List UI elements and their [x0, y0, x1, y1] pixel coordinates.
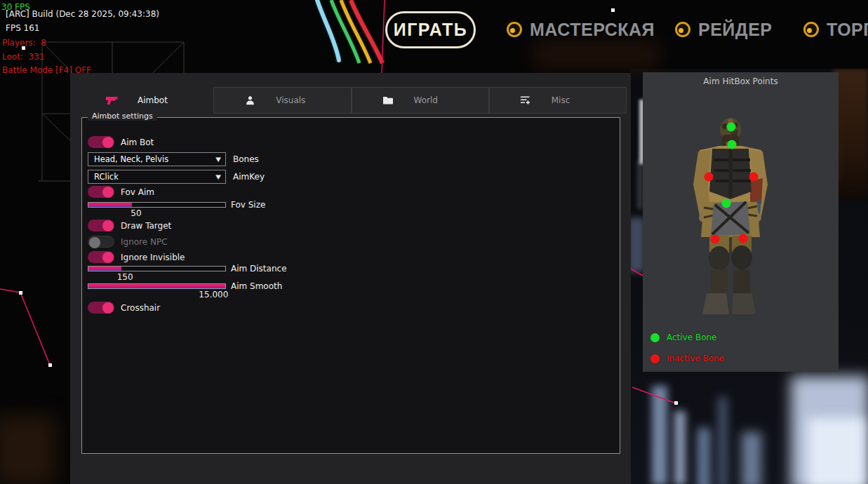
bone-point-head: [727, 123, 736, 132]
toggle-label: Draw Target: [121, 221, 171, 231]
slider-fill: [88, 284, 225, 288]
hitbox-panel-title: Aim HitBox Points: [643, 76, 839, 86]
active-bone-dot: [650, 333, 660, 342]
group-title: Aimbot settings: [88, 112, 157, 121]
person-icon: [243, 95, 256, 106]
toggle-switch[interactable]: [88, 220, 114, 231]
fov-aim-toggle[interactable]: Fov Aim: [88, 186, 154, 198]
legend-label: Active Bone: [667, 332, 717, 342]
pistol-icon: [105, 95, 118, 106]
dropdown-value: RClick: [94, 172, 119, 182]
slider-track[interactable]: [88, 266, 226, 271]
tab-label: Visuals: [276, 95, 305, 105]
chevron-down-icon: ▼: [215, 156, 221, 162]
aimbot-settings-group: Aimbot settings Aim Bot Head, Neck, Pelv…: [81, 117, 620, 454]
toggle-label: Ignore Invisible: [121, 253, 185, 262]
tab-bar: Aimbot Visuals World Misc: [76, 87, 627, 114]
screen: 30 FPS [ARC] Build (Dec 28 2025, 09:43:3…: [0, 0, 868, 484]
slider-value: 15.000: [199, 290, 228, 300]
bones-row: Head, Neck, Pelvis ▼ Bones: [88, 152, 259, 166]
dropdown-label: AimKey: [233, 172, 265, 182]
toggle-switch[interactable]: [88, 186, 114, 198]
ignore-npc-toggle[interactable]: Ignore NPC: [88, 236, 168, 248]
slider-fill: [88, 267, 121, 271]
toggle-switch[interactable]: [88, 136, 114, 148]
menu-item-label: ТОРГО: [827, 20, 868, 40]
aimkey-dropdown[interactable]: RClick ▼: [88, 170, 226, 184]
slider-track[interactable]: [88, 202, 226, 208]
menu-item-raider[interactable]: РЕЙДЕР: [675, 20, 772, 39]
toggle-switch[interactable]: [88, 236, 114, 248]
bone-point-pelvis: [722, 199, 731, 208]
cheat-menu-panel: Aimbot Visuals World Misc: [70, 73, 631, 484]
draw-target-toggle[interactable]: Draw Target: [88, 220, 171, 231]
ignore-invisible-toggle[interactable]: Ignore Invisible: [88, 251, 185, 263]
slider-value: 150: [117, 272, 133, 282]
game-main-menu: ИГРАТЬ МАСТЕРСКАЯ РЕЙДЕР ТОРГО: [0, 0, 868, 69]
aim-smooth-slider[interactable]: 15.000 Aim Smooth: [88, 283, 226, 289]
bone-point-neck: [728, 140, 737, 149]
coin-icon: [507, 22, 522, 37]
folder-icon: [382, 95, 394, 106]
chevron-down-icon: ▼: [215, 173, 221, 180]
menu-item-trader[interactable]: ТОРГО: [803, 20, 868, 39]
crosshair-toggle[interactable]: Crosshair: [88, 302, 160, 314]
menu-item-label: РЕЙДЕР: [698, 20, 772, 40]
hitbox-preview-panel: Aim HitBox Points: [643, 72, 839, 372]
tab-label: Aimbot: [138, 95, 168, 105]
coin-icon: [675, 22, 690, 37]
toggle-label: Fov Aim: [121, 187, 154, 197]
bg-glow: [0, 415, 56, 484]
bone-point-left-shoulder: [705, 173, 714, 182]
aim-bot-toggle[interactable]: Aim Bot: [88, 136, 154, 148]
fov-size-slider[interactable]: 50 Fov Size: [88, 202, 226, 208]
inactive-bone-dot: [650, 354, 660, 363]
dropdown-value: Head, Neck, Pelvis: [94, 154, 168, 164]
menu-item-workshop[interactable]: МАСТЕРСКАЯ: [507, 20, 655, 39]
tab-visuals[interactable]: Visuals: [213, 87, 351, 114]
slider-label: Fov Size: [231, 200, 265, 210]
play-button[interactable]: ИГРАТЬ: [385, 11, 476, 48]
slider-fill: [88, 203, 132, 207]
aim-distance-slider[interactable]: 150 Aim Distance: [88, 266, 226, 271]
menu-item-label: МАСТЕРСКАЯ: [530, 20, 655, 40]
tab-world[interactable]: World: [352, 87, 489, 114]
coin-icon: [803, 22, 819, 37]
toggle-label: Ignore NPC: [121, 237, 168, 247]
tab-label: World: [414, 95, 438, 105]
tab-aimbot[interactable]: Aimbot: [76, 87, 213, 114]
slider-track[interactable]: [88, 283, 226, 289]
tab-misc[interactable]: Misc: [489, 87, 627, 114]
sliders-plus-icon: [519, 95, 532, 106]
bone-point-right-shoulder: [749, 173, 759, 182]
dropdown-label: Bones: [233, 154, 259, 164]
toggle-switch[interactable]: [88, 302, 114, 314]
legend-label: Inactive Bone: [667, 354, 724, 363]
bone-point-right-knee: [739, 234, 748, 243]
slider-label: Aim Smooth: [231, 281, 282, 291]
bones-dropdown[interactable]: Head, Neck, Pelvis ▼: [88, 152, 226, 166]
legend-active-bone: Active Bone: [650, 332, 717, 342]
legend-inactive-bone: Inactive Bone: [650, 354, 724, 363]
toggle-switch[interactable]: [88, 251, 114, 263]
toggle-label: Aim Bot: [121, 137, 154, 147]
bone-point-left-knee: [711, 235, 720, 244]
slider-label: Aim Distance: [231, 264, 287, 274]
toggle-label: Crosshair: [121, 303, 160, 313]
tab-label: Misc: [552, 95, 570, 105]
aimkey-row: RClick ▼ AimKey: [88, 170, 265, 184]
slider-value: 50: [131, 208, 141, 218]
